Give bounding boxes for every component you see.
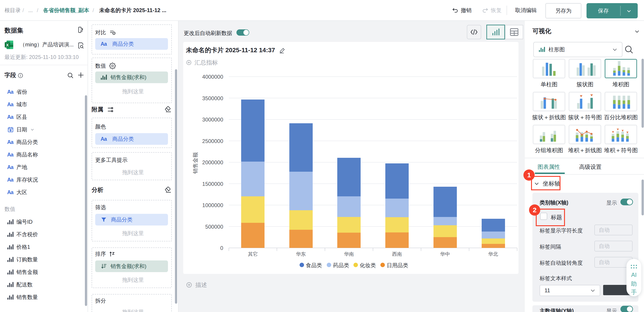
svg-text:X: X: [6, 43, 9, 47]
